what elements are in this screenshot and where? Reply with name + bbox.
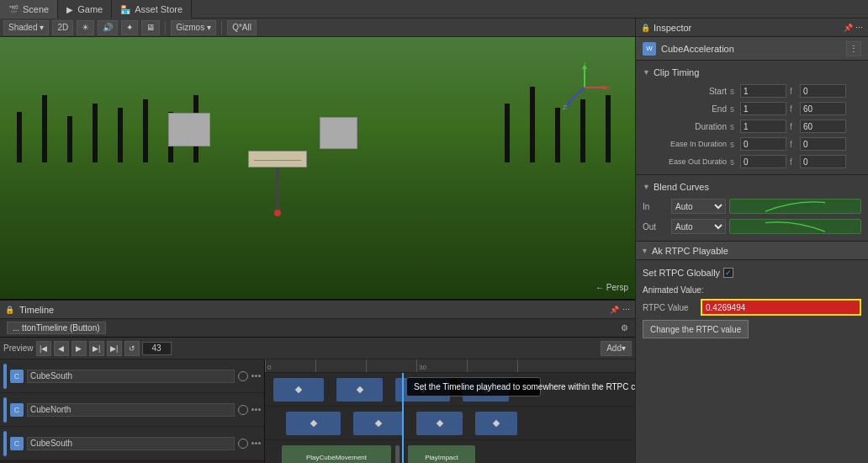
ease-out-row: Ease Out Duratio s f [643, 153, 861, 170]
track-circle-3[interactable] [238, 439, 248, 449]
duration-f-input[interactable] [800, 120, 846, 133]
clip-2-3[interactable] [416, 412, 463, 435]
persp-label: ← Persp [595, 283, 628, 292]
tree-5 [118, 108, 123, 162]
clip-1-1[interactable] [273, 378, 324, 402]
rtpc-set-globally-row: Set RTPC Globally ✓ [643, 263, 861, 282]
rtpc-value-input[interactable]: 0.4269494 [701, 299, 861, 316]
inspector-dots-icon[interactable]: ⋯ [855, 24, 863, 32]
track-circle-2[interactable] [238, 405, 248, 415]
timeline-top-right: 📌 ⋯ [610, 306, 630, 314]
timeline-gear-icon[interactable]: ⚙ [621, 323, 628, 333]
start-label: Start [643, 87, 727, 96]
clip-3-playimpact[interactable]: PlayImpact [408, 445, 475, 463]
timeline-pin-icon[interactable]: 📌 [610, 306, 619, 314]
clip-timing-foldout: ▼ Clip Timing [643, 64, 861, 81]
end-s-input[interactable] [740, 102, 786, 115]
play-btn[interactable]: ▶ [71, 341, 87, 356]
clip-2-4[interactable] [475, 412, 517, 435]
shading-dropdown[interactable]: Shaded [3, 20, 49, 35]
tree-2 [42, 95, 47, 162]
add-button[interactable]: Add▾ [601, 341, 632, 356]
asset-store-icon: 🏪 [120, 5, 130, 14]
audio-icon-btn[interactable]: 🔊 [98, 20, 118, 35]
loop-btn[interactable]: ↺ [124, 341, 140, 356]
track-name-input-2[interactable] [27, 403, 235, 417]
viewport-3d[interactable]: ———————— Y X [0, 37, 635, 299]
cube-south-obj [168, 113, 210, 146]
display-icon-btn[interactable]: 🖥 [141, 20, 160, 35]
rtpc-globally-checkbox[interactable]: ✓ [723, 268, 733, 278]
duration-s-input[interactable] [740, 120, 786, 133]
track-labels: C C [0, 359, 265, 463]
viewport-toolbar: Shaded 2D ☀ 🔊 ✦ 🖥 Gizmos Q*All [0, 19, 635, 37]
tree-4 [93, 104, 98, 162]
timeline-dots-icon[interactable]: ⋯ [622, 306, 630, 314]
go-start-btn[interactable]: |◀ [36, 341, 51, 356]
rtpc-header: ▼ Ak RTPC Playable [636, 242, 868, 260]
inspector-pin-icon[interactable]: 📌 [844, 24, 853, 32]
signpost: ———————— [248, 151, 307, 216]
tab-game[interactable]: ▶ Game [58, 0, 112, 19]
track-name-input-1[interactable] [27, 370, 235, 383]
timeline-right: 0 30 [265, 359, 635, 463]
inspector-header-btns: 📌 ⋯ [844, 24, 863, 32]
ease-out-label: Ease Out Duratio [643, 157, 727, 166]
inspector-obj-icon: W [643, 42, 656, 56]
timeline-tracks: PlayCubeMovement PlayImpact CubeAccelera… [265, 373, 635, 463]
timeline-title: Timeline [19, 305, 54, 315]
toolbar-sep-2 [221, 21, 222, 35]
start-f-input[interactable] [800, 84, 846, 98]
end-f-input[interactable] [800, 102, 846, 115]
inspector-menu-btn[interactable]: ⋮ [846, 41, 861, 56]
track-icon-3: C [10, 437, 24, 450]
inspector-panel: 🔒 Inspector 📌 ⋯ W CubeAcceleration ⋮ ▼ C… [635, 19, 868, 463]
ease-out-f-input[interactable] [800, 155, 846, 168]
blend-curves-foldout: ▼ Blend Curves [643, 178, 861, 195]
ruler-30: 30 [416, 359, 426, 372]
ruler-10 [315, 359, 318, 372]
clip-1-2[interactable] [336, 378, 383, 402]
clip-2-1[interactable] [286, 412, 341, 435]
clip-3-mid[interactable] [395, 445, 400, 463]
change-rtpc-btn[interactable]: Change the RTPC value [643, 320, 749, 338]
ease-in-row: Ease In Duration s f [643, 136, 861, 152]
timeline-header: 🔒 Timeline 📌 ⋯ [0, 301, 635, 319]
duration-label: Duration [643, 122, 727, 131]
ease-out-s-input[interactable] [740, 155, 786, 168]
rtpc-value-row: RTPC Value 0.4269494 [643, 298, 861, 317]
clip-3-playcubemovement[interactable]: PlayCubeMovement [282, 445, 391, 463]
blend-out-select[interactable]: Auto Linear Custom [671, 219, 726, 234]
tab-asset-store[interactable]: 🏪 Asset Store [112, 0, 192, 19]
frame-input[interactable]: 43 [142, 342, 172, 355]
rtpc-body: Set RTPC Globally ✓ Animated Value: RTPC… [636, 260, 868, 342]
light-icon-btn[interactable]: ☀ [77, 20, 94, 35]
tab-scene[interactable]: 🎬 Scene [0, 0, 58, 19]
gizmos-dropdown[interactable]: Gizmos [171, 20, 216, 35]
track-dots-1 [251, 375, 261, 377]
svg-text:Z: Z [563, 104, 567, 111]
2d-toggle[interactable]: 2D [52, 20, 73, 35]
timeline-controls: Preview |◀ ◀ ▶ ▶| ▶| ↺ 43 Add▾ [0, 338, 635, 359]
playhead-tooltip-balloon: Set the Timeline playhead to somewhere w… [406, 377, 541, 396]
start-s-input[interactable] [740, 84, 786, 98]
track-circle-1[interactable] [238, 371, 248, 381]
step-back-btn[interactable]: ◀ [54, 341, 69, 356]
ease-in-s-input[interactable] [740, 137, 786, 151]
blend-in-select[interactable]: Auto Linear Custom [671, 199, 726, 214]
clip-track-3: PlayCubeMovement PlayImpact [265, 440, 635, 463]
fx-icon-btn[interactable]: ✦ [121, 20, 138, 35]
preview-label: Preview [3, 343, 34, 353]
go-end-btn[interactable]: ▶| [107, 341, 122, 356]
track-row-2: C [0, 393, 264, 427]
clip-timing-section: ▼ Clip Timing Start s f End s f Du [636, 61, 868, 175]
top-tab-bar: 🎬 Scene ▶ Game 🏪 Asset Store [0, 0, 868, 19]
ease-in-f-input[interactable] [800, 137, 846, 151]
step-fwd-btn[interactable]: ▶| [89, 341, 104, 356]
clip-2-2[interactable] [353, 412, 404, 435]
timeline-name[interactable]: ... ttonTimeline (Button) [7, 322, 106, 334]
search-field[interactable]: Q*All [227, 20, 257, 35]
track-name-input-3[interactable] [27, 437, 235, 450]
game-tab-icon: ▶ [66, 5, 73, 14]
viewport-area: Shaded 2D ☀ 🔊 ✦ 🖥 Gizmos Q*All [0, 19, 635, 463]
